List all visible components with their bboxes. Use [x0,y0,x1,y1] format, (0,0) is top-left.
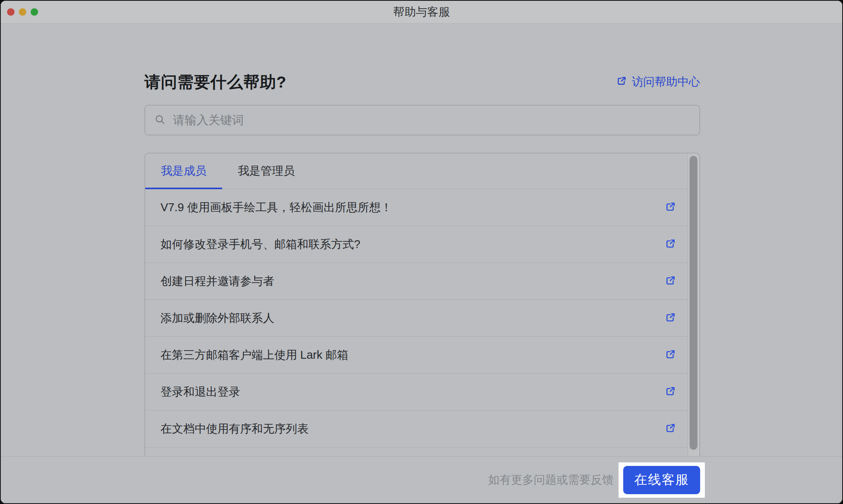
faq-list-item[interactable]: V7.9 使用画板手绘工具，轻松画出所思所想！ [145,189,688,226]
search-box [144,105,700,135]
page-header: 请问需要什么帮助? 访问帮助中心 [144,68,700,96]
external-link-icon[interactable] [665,423,676,435]
feedback-hint-text: 如有更多问题或需要反馈 [488,472,613,488]
external-link-icon [617,76,627,89]
online-support-button[interactable]: 在线客服 [623,466,700,494]
tab-bar: 我是成员我是管理员 [145,153,688,189]
external-link-icon[interactable] [665,386,676,398]
faq-list-item[interactable]: 添加或删除外部联系人 [145,300,688,337]
footer: 如有更多问题或需要反馈 在线客服 [1,456,842,503]
faq-list-item[interactable]: 如何修改登录手机号、邮箱和联系方式? [145,226,688,263]
help-window: 帮助与客服 请问需要什么帮助? 访问帮助中心 我是成员我是管理员 [0,0,843,504]
search-input[interactable] [172,113,690,127]
faq-item-label: 添加或删除外部联系人 [161,310,274,326]
faq-item-label: 创建日程并邀请参与者 [161,274,274,289]
faq-list-item[interactable]: 在文档中使用有序和无序列表 [145,411,688,447]
faq-list-item[interactable]: 在第三方邮箱客户端上使用 Lark 邮箱 [145,337,688,374]
scrollbar-track[interactable] [688,153,699,456]
external-link-icon[interactable] [665,312,676,324]
search-icon [155,114,165,126]
faq-item-label: 如何修改登录手机号、邮箱和联系方式? [161,237,360,252]
external-link-icon[interactable] [665,238,676,250]
faq-item-label: 在文档中使用有序和无序列表 [161,421,308,437]
external-link-icon[interactable] [665,275,676,287]
titlebar: 帮助与客服 [1,1,842,24]
faq-list: V7.9 使用画板手绘工具，轻松画出所思所想！ 如何修改登录手机号、邮箱和联系方… [145,189,688,447]
faq-item-label: 登录和退出登录 [161,384,240,400]
external-link-icon[interactable] [665,201,676,214]
tutorial-highlight-box: 在线客服 [619,462,705,498]
page-title: 请问需要什么帮助? [144,71,286,93]
tab-member[interactable]: 我是成员 [145,153,222,189]
window-title: 帮助与客服 [1,1,842,23]
faq-item-label: 在第三方邮箱客户端上使用 Lark 邮箱 [161,347,349,363]
external-link-icon[interactable] [665,349,676,361]
scrollbar-thumb[interactable] [690,156,697,450]
tab-admin[interactable]: 我是管理员 [222,153,310,189]
visit-help-center-label: 访问帮助中心 [632,74,700,90]
faq-list-item[interactable]: 创建日程并邀请参与者 [145,263,688,300]
visit-help-center-link[interactable]: 访问帮助中心 [617,74,700,90]
faq-item-label: V7.9 使用画板手绘工具，轻松画出所思所想！ [161,200,392,215]
faq-list-item[interactable]: 登录和退出登录 [145,374,688,411]
faq-panel: 我是成员我是管理员 V7.9 使用画板手绘工具，轻松画出所思所想！ 如何修改登录… [144,153,700,456]
